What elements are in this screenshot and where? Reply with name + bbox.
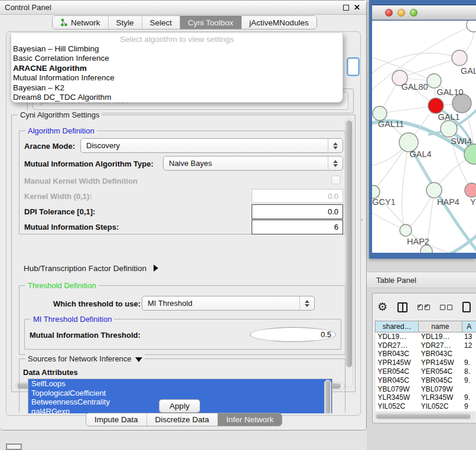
- network-node-gcy1[interactable]: [372, 185, 380, 198]
- table-row[interactable]: YIL052CYIL052C9: [376, 402, 476, 411]
- algorithm-option[interactable]: Dream8 DC_TDC Algorithm: [11, 93, 343, 102]
- tab-label: Select: [150, 18, 172, 27]
- dpi-tolerance-field[interactable]: 0.0: [252, 204, 343, 219]
- bottom-tab-discretize-data[interactable]: Discretize Data: [147, 413, 219, 426]
- threshold-definition-group: Threshold Definition Which threshold to …: [19, 285, 345, 355]
- table-cell: 12: [462, 341, 476, 350]
- apply-button[interactable]: Apply: [159, 399, 200, 413]
- network-node-y[interactable]: [465, 183, 476, 197]
- close-icon[interactable]: ✕: [354, 5, 360, 11]
- deselect-all-columns-icon[interactable]: [440, 305, 452, 310]
- table-row[interactable]: YBL079WYBL079W: [376, 384, 476, 393]
- data-attribute-item-selected[interactable]: SelfLoops: [28, 379, 332, 389]
- select-all-columns-icon[interactable]: [418, 305, 430, 310]
- close-traffic-light-icon[interactable]: [385, 9, 393, 17]
- mi-threshold-field[interactable]: 0.5: [250, 327, 336, 342]
- inference-algorithm-combobox-fragment[interactable]: [347, 57, 360, 76]
- tab-select[interactable]: Select: [142, 16, 181, 29]
- settings-vertical-scrollbar[interactable]: [345, 119, 353, 388]
- aracne-mode-value: Discovery: [86, 141, 120, 150]
- tab-cyni-toolbox[interactable]: Cyni Toolbox: [180, 16, 242, 29]
- kernel-width-field[interactable]: 0.0: [252, 189, 343, 203]
- table-cell: YBL079W: [376, 384, 419, 393]
- table-cell: YIL052C: [376, 402, 419, 411]
- table-row[interactable]: YPR145WYPR145W9.: [376, 358, 476, 367]
- table-column-header[interactable]: A: [462, 321, 476, 332]
- tab-jactivemnodules[interactable]: jActiveMNodules: [242, 16, 317, 29]
- minimized-panel-icon[interactable]: [6, 444, 22, 450]
- table-cell: [462, 350, 476, 358]
- table-cell: YBR045C: [376, 376, 419, 384]
- bottom-tabbar: Impute DataDiscretize DataInfer Network: [86, 413, 282, 426]
- algorithm-option[interactable]: Basic Correlation Inference: [11, 54, 343, 63]
- network-node[interactable]: [467, 21, 476, 32]
- table-horizontal-scrollbar[interactable]: [375, 413, 474, 420]
- network-node-gal[interactable]: [452, 50, 467, 66]
- collapsed-arrow-icon: [154, 265, 158, 272]
- tab-label: Cyni Toolbox: [188, 18, 233, 27]
- cyni-algorithm-settings-title: Cyni Algorithm Settings: [18, 110, 102, 119]
- node-table[interactable]: shared…nameA YDL19…YDL19…13YDR27…YDR27…1…: [375, 321, 476, 411]
- table-row[interactable]: YBR045CYBR045C9.: [376, 376, 476, 384]
- mi-algorithm-type-label: Mutual Information Algorithm Type:: [24, 159, 154, 168]
- kernel-width-value: 0.0: [328, 192, 338, 201]
- network-node-hap2[interactable]: [400, 224, 412, 236]
- table-row[interactable]: YER054CYER054C8.: [376, 367, 476, 376]
- network-node[interactable]: [464, 144, 476, 164]
- attributes-list-scrollbar[interactable]: [324, 380, 331, 413]
- minimize-traffic-light-icon[interactable]: [397, 9, 405, 17]
- table-column-header[interactable]: name: [419, 321, 462, 332]
- tab-network[interactable]: Network: [53, 16, 109, 29]
- sources-title[interactable]: Sources for Network Inference: [25, 354, 145, 363]
- table-panel-title: Table Panel: [367, 276, 416, 285]
- algorithm-option[interactable]: Bayesian – Hill Climbing: [11, 44, 343, 54]
- tab-label: Network: [71, 18, 100, 27]
- cyni-algorithm-settings-group: Cyni Algorithm Settings Algorithm Defini…: [11, 115, 356, 392]
- algorithm-option[interactable]: Mutual Information Inference: [11, 73, 343, 83]
- bottom-tab-infer-network[interactable]: Infer Network: [218, 413, 282, 426]
- network-node-gal10[interactable]: [427, 74, 441, 88]
- panel-divider-handle[interactable]: ‹: [361, 216, 363, 223]
- data-attributes-label: Data Attributes: [23, 368, 78, 377]
- hub-definition-toggle[interactable]: Hub/Transcription Factor Definition: [24, 264, 158, 273]
- zoom-traffic-light-icon[interactable]: [410, 9, 418, 17]
- table-cell: 8.: [462, 367, 476, 376]
- combobox-stepper-icon: [299, 296, 314, 310]
- manual-kernel-width-checkbox[interactable]: [331, 175, 340, 184]
- which-threshold-combobox[interactable]: MI Threshold: [142, 296, 315, 311]
- mi-steps-value: 6: [334, 223, 338, 231]
- network-node-gal1[interactable]: [428, 98, 444, 113]
- mi-steps-field[interactable]: 6: [252, 220, 343, 234]
- gear-icon[interactable]: ⚙: [377, 301, 387, 313]
- network-window-titlebar[interactable]: [372, 5, 476, 20]
- network-node-label: GAL10: [436, 87, 463, 97]
- table-cell: 9.: [462, 358, 476, 367]
- network-node-label: GAL4: [409, 149, 431, 159]
- which-threshold-label: Which threshold to use:: [53, 299, 141, 308]
- aracne-mode-combobox[interactable]: Discovery: [80, 138, 343, 153]
- network-canvas[interactable]: GALGAL80GAL10GAL1SWI4GAL11GAL4GCY1HAP4YH…: [372, 21, 476, 253]
- table-cell: YPR145W: [376, 358, 419, 367]
- table-column-header[interactable]: shared…: [376, 321, 419, 332]
- table-row[interactable]: YDL19…YDL19…13: [376, 332, 476, 341]
- network-node-hap4[interactable]: [426, 182, 442, 198]
- export-table-icon[interactable]: [462, 302, 471, 312]
- table-row[interactable]: YDR27…YDR27…12: [376, 341, 476, 350]
- mi-algorithm-type-combobox[interactable]: Naive Bayes: [163, 156, 343, 171]
- kernel-width-label: Kernel Width (0,1):: [24, 192, 92, 201]
- float-window-icon[interactable]: [343, 5, 349, 11]
- data-attribute-item-selected[interactable]: TopologicalCoefficient: [28, 389, 332, 398]
- bottom-tab-impute-data[interactable]: Impute Data: [86, 413, 147, 426]
- network-tab-icon: [60, 18, 68, 27]
- algorithm-option[interactable]: Bayesian – K2: [11, 83, 343, 93]
- algorithm-option[interactable]: ARACNE Algorithm: [11, 64, 343, 73]
- table-row[interactable]: YBR043CYBR043C: [376, 350, 476, 358]
- table-panel-titlebar[interactable]: Table Panel: [367, 272, 476, 288]
- network-node-gal11[interactable]: [373, 106, 387, 120]
- network-node-swi4[interactable]: [441, 120, 457, 137]
- tab-style[interactable]: Style: [109, 16, 142, 29]
- table-row[interactable]: YLR345WYLR345W9.: [376, 393, 476, 402]
- control-panel-titlebar[interactable]: Control Panel ✕: [0, 1, 366, 15]
- columns-icon[interactable]: [397, 302, 407, 312]
- algorithm-definition-group: Algorithm Definition Aracne Mode: Discov…: [19, 131, 345, 234]
